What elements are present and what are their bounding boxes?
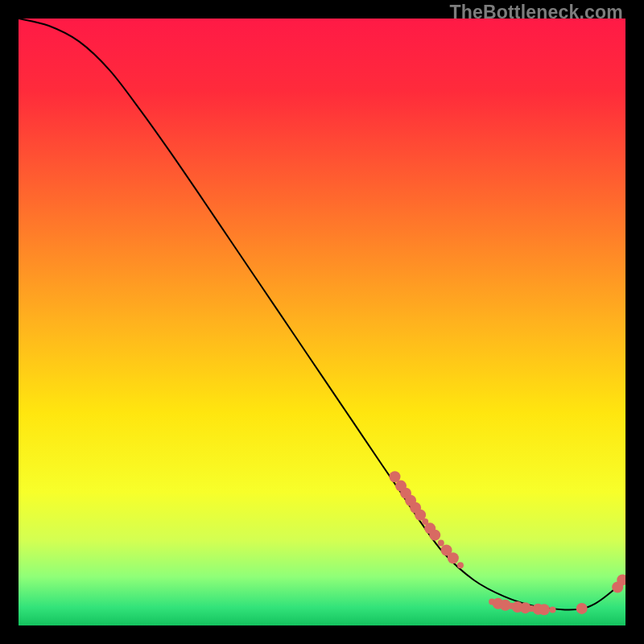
chart-container: TheBottleneck.com (0, 0, 644, 644)
marker-dot (550, 607, 556, 613)
marker-dot (429, 530, 440, 541)
marker-dot (438, 539, 444, 546)
marker-dot (457, 562, 464, 568)
marker-dot (576, 603, 588, 614)
chart-svg (19, 19, 625, 625)
marker-dot (539, 604, 550, 615)
gradient-background (19, 19, 625, 625)
marker-dot (448, 552, 459, 564)
plot-area (19, 19, 625, 625)
